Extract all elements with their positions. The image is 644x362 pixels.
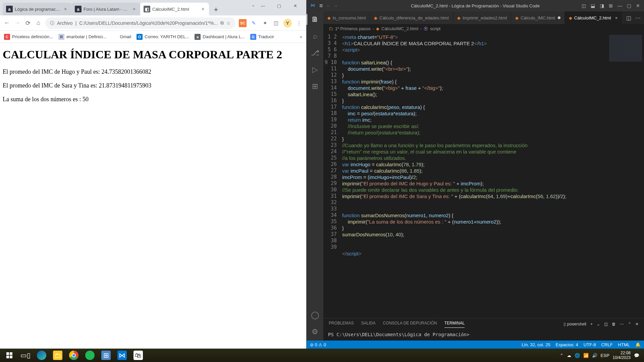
account-icon[interactable]: ◯ xyxy=(310,310,320,320)
debug-console-tab[interactable]: CONSOLA DE DEPURACIÓN xyxy=(383,321,437,327)
kill-terminal-icon[interactable]: 🗑 xyxy=(612,322,616,326)
editor-tab[interactable]: ◆Imprimir_edades2.html xyxy=(453,11,511,24)
tab-calculo-imc[interactable]: ◧ CálculoIMC_2.html × xyxy=(140,3,209,15)
extensions-icon[interactable]: ⊞ xyxy=(310,82,320,91)
settings-gear-icon[interactable]: ⚙ xyxy=(310,327,320,337)
close-icon[interactable]: × xyxy=(63,6,68,12)
status-encoding[interactable]: UTF-8 xyxy=(584,342,596,347)
bookmark-item[interactable]: GTraducir xyxy=(250,34,274,40)
forward-icon[interactable]: → xyxy=(14,19,21,27)
onedrive-icon[interactable]: ☁ xyxy=(567,353,571,358)
editor-tab-active[interactable]: ◆CálculoIMC_2.html× xyxy=(565,11,622,24)
file-explorer-icon[interactable]: 🗀 xyxy=(50,349,66,362)
layout-secondary-icon[interactable]: ◨ xyxy=(600,3,604,8)
split-terminal-icon[interactable]: ◫ xyxy=(604,322,608,326)
action-center-icon[interactable]: 💬 xyxy=(634,353,639,358)
toolbar-back-icon[interactable]: ← xyxy=(326,3,331,8)
status-eol[interactable]: CRLF xyxy=(601,342,613,347)
more-actions-icon[interactable]: ⋯ xyxy=(635,15,641,21)
new-tab-button[interactable]: + xyxy=(210,4,222,15)
bookmark-item[interactable]: Renarbolar | Definici... xyxy=(58,34,106,40)
layout-panel-icon[interactable]: ⬓ xyxy=(591,3,595,8)
bookmark-item[interactable]: CPriceless definición... xyxy=(4,34,53,40)
toolbar-forward-icon[interactable]: → xyxy=(333,3,338,8)
status-spaces[interactable]: Espacios: 4 xyxy=(556,342,578,347)
copy-url-icon[interactable]: ⧉ xyxy=(220,20,224,26)
hamburger-icon[interactable]: ≡ xyxy=(319,2,323,9)
close-icon[interactable]: × xyxy=(200,6,206,12)
status-errors[interactable]: ⊘ 0 ⚠ 0 xyxy=(310,342,326,347)
ms-store-icon[interactable]: 🛍 xyxy=(130,349,146,362)
bookmarks-overflow-icon[interactable]: » xyxy=(300,34,302,39)
explorer-icon[interactable]: 🗎 xyxy=(310,15,320,24)
spotify-icon[interactable] xyxy=(82,349,98,362)
url-text: C:/Users/DELL/Documents/Lógica%20de%20Pr… xyxy=(79,20,218,26)
home-icon[interactable]: ⌂ xyxy=(35,19,42,27)
reload-icon[interactable]: ⟳ xyxy=(24,19,31,27)
terminal-chevron-icon[interactable]: ⌄ xyxy=(597,322,600,326)
start-button[interactable] xyxy=(1,349,17,362)
problems-tab[interactable]: PROBLEMAS xyxy=(329,321,354,327)
task-view-icon[interactable]: ▭▯ xyxy=(17,349,34,362)
extensions-icon[interactable]: ✦ xyxy=(261,19,269,27)
site-info-icon[interactable]: ⓘ xyxy=(50,20,54,26)
extension-sc-icon[interactable]: SC xyxy=(239,19,247,27)
calculator-icon[interactable]: ⊞ xyxy=(98,349,114,362)
close-icon[interactable]: × xyxy=(615,15,618,20)
chrome-menu-icon[interactable]: ⋮ xyxy=(295,19,303,27)
new-terminal-icon[interactable]: + xyxy=(590,322,593,326)
close-icon[interactable]: × xyxy=(131,6,137,12)
system-clock[interactable]: 22:08 10/4/2023 xyxy=(613,351,631,360)
panel-more-icon[interactable]: ⋯ xyxy=(620,322,624,326)
wifi-icon[interactable]: 📶 xyxy=(583,353,589,358)
tab-logica[interactable]: a Lógica de programación: Pri × xyxy=(3,3,71,15)
tray-expand-icon[interactable]: ⌃ xyxy=(560,353,564,358)
close-icon[interactable]: ✕ xyxy=(636,3,640,8)
code-content[interactable]: <meta charset="UTF-8"> <h1>CALCULAR ÍNDI… xyxy=(342,33,607,318)
url-input[interactable]: ⓘ Archivo | C:/Users/DELL/Documents/Lógi… xyxy=(45,17,235,29)
language-indicator[interactable]: ESP xyxy=(601,353,609,358)
sidepanel-icon[interactable]: ◫ xyxy=(272,19,280,27)
output-tab[interactable]: SALIDA xyxy=(361,321,376,327)
vscode-icon[interactable]: ⋈ xyxy=(114,349,130,362)
close-window-icon[interactable]: ✕ xyxy=(287,3,303,8)
status-line-col[interactable]: Lín. 32, col. 25 xyxy=(522,342,550,347)
layout-grid-icon[interactable]: ⊞ xyxy=(609,3,613,8)
maximize-icon[interactable]: ▢ xyxy=(627,3,631,8)
terminal-tab[interactable]: TERMINAL xyxy=(444,321,465,328)
tab-foro[interactable]: a Foro | Alura Latam - Cursos × xyxy=(71,3,140,15)
volume-icon[interactable]: 🔊 xyxy=(592,353,597,358)
tab-label: CálculoIMC_2.html xyxy=(574,15,611,20)
split-editor-icon[interactable]: ◫ xyxy=(626,15,631,21)
terminal-dropdown[interactable]: ▯ powershell xyxy=(564,322,586,326)
minimap[interactable] xyxy=(607,33,644,318)
tabs-chevron-icon[interactable]: ⌄ xyxy=(252,3,255,7)
editor-tab[interactable]: ◆Cálculo_IMC.html xyxy=(511,11,565,24)
maximize-panel-icon[interactable]: ⌃ xyxy=(628,322,631,326)
layout-primary-icon[interactable]: ◫ xyxy=(582,3,586,8)
bookmark-item[interactable]: aDashboard | Alura L... xyxy=(195,34,245,40)
minimize-icon[interactable]: — xyxy=(618,3,622,8)
network-icon[interactable]: 🌐 xyxy=(575,353,580,358)
edge-icon[interactable] xyxy=(34,349,50,362)
editor-tab[interactable]: ◆lo_consumo.html xyxy=(323,11,370,24)
source-control-icon[interactable]: ⎇ xyxy=(310,48,320,58)
back-icon[interactable]: ← xyxy=(3,19,10,27)
editor-tab[interactable]: ◆Cálculo_diferencia_de_edades.html xyxy=(370,11,453,24)
chrome-icon[interactable] xyxy=(66,349,82,362)
notifications-bell-icon[interactable]: 🔔 xyxy=(635,342,641,347)
breadcrumb[interactable]: 🗀 1º Primeros pasos › ◆ CálculoIMC_2.htm… xyxy=(323,24,644,33)
close-panel-icon[interactable]: ✕ xyxy=(635,322,639,326)
bookmark-item[interactable]: OCorreo: YARITH DEL... xyxy=(137,34,189,40)
run-debug-icon[interactable]: ▷ xyxy=(310,65,320,74)
editor[interactable]: 1 2 3 4 5 6 7 8 9 10 11 12 13 14 15 16 1… xyxy=(323,33,644,318)
profile-avatar-icon[interactable]: Y xyxy=(283,19,292,27)
minimize-icon[interactable]: — xyxy=(255,3,271,8)
extension-g-icon[interactable]: ✎ xyxy=(250,19,258,27)
bookmark-star-icon[interactable]: ☆ xyxy=(226,20,231,26)
bookmark-item[interactable]: MGmail xyxy=(112,34,131,40)
maximize-icon[interactable]: ▢ xyxy=(271,3,287,8)
status-language[interactable]: HTML xyxy=(618,342,630,347)
search-icon[interactable]: ⌕ xyxy=(310,32,320,41)
terminal-content[interactable]: PS C:\Users\DELL\Documents\Lógica de Pro… xyxy=(323,330,644,341)
